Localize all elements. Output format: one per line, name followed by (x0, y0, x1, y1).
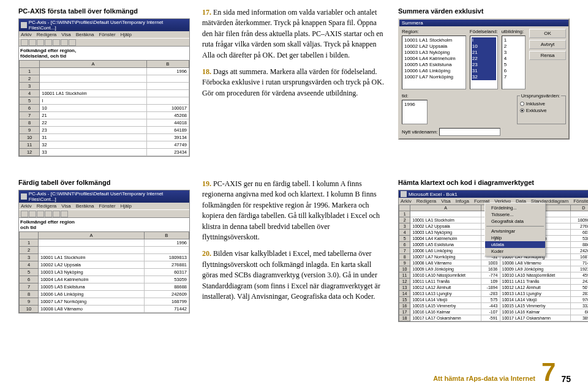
radio-icon (520, 108, 524, 113)
toolbar-button[interactable] (61, 39, 68, 46)
menu-redigera[interactable]: Redigera (37, 203, 56, 209)
page-number: 75 (561, 374, 571, 384)
menu-arkiv[interactable]: Arkiv (21, 32, 32, 37)
menu-arkiv[interactable]: Arkiv (401, 198, 412, 204)
step-20-text: 20. Bilden visar kalkylbladet i Excel, m… (202, 249, 386, 302)
menu-item[interactable]: Geografisk data (485, 218, 545, 225)
pcaxis1-table[interactable]: AB 11996 2 3 410001 LA1 Stockholm 5I 610… (19, 60, 189, 156)
label-region: Region: (402, 29, 466, 34)
list-item[interactable]: 2 (503, 43, 524, 50)
toolbar-button[interactable] (45, 211, 52, 217)
menu-visa[interactable]: Visa (441, 198, 450, 204)
toolbar-button[interactable] (37, 211, 44, 217)
menu-fonster[interactable]: Fönster (573, 198, 588, 204)
menu-redigera[interactable]: Redigera (37, 32, 56, 37)
dialog-titlebar: Summera (399, 20, 568, 26)
list-item[interactable]: 32 (472, 74, 496, 80)
menu-hjalp[interactable]: Hjälp (121, 203, 132, 209)
list-item[interactable]: I (472, 37, 496, 43)
toolbar-button[interactable] (21, 211, 28, 217)
group-label: Ursprungsvärden: (520, 93, 562, 99)
listbox-utbildning[interactable]: 1 2 3 4 5 6 7 (502, 36, 526, 89)
toolbar-button[interactable] (53, 39, 60, 46)
label-utbildning: utbildning: (502, 29, 526, 34)
menu-infoga[interactable]: Infoga (456, 198, 469, 204)
menu-arkiv[interactable]: Arkiv (21, 203, 32, 209)
pcaxis2-desc: Folkmängd efter regionoch tid (19, 218, 189, 231)
list-item[interactable]: 1 (503, 37, 524, 43)
list-item[interactable]: 10005 LA5 Eskilstuna (404, 62, 464, 68)
list-item[interactable]: 23 (472, 62, 496, 68)
toolbar-button[interactable] (61, 211, 68, 217)
pcaxis2-title-text: PC-Axis - [C:\WINNT\Profiles\Default Use… (29, 191, 187, 202)
listbox-tid[interactable]: 1996 (402, 100, 428, 124)
menu-item[interactable]: Hjälp (485, 234, 545, 241)
radio-exklusive[interactable]: Exklusive (520, 108, 563, 113)
toolbar-button[interactable] (45, 39, 52, 46)
menu-hjalp[interactable]: Hjälp (121, 32, 132, 37)
menu-item[interactable]: Koder (485, 248, 545, 255)
list-item[interactable]: 1996 (404, 102, 426, 108)
list-item[interactable]: 5 (503, 62, 524, 68)
rensa-button[interactable]: Rensa (529, 51, 566, 60)
menu-berakna[interactable]: Beräkna (76, 32, 94, 37)
pcaxis1-desc: Folkmängd efter region,födelseland, och … (19, 47, 189, 60)
page-footer: Att hämta rAps-data via Internet 7 75 (433, 359, 570, 385)
menu-redigera[interactable]: Redigera (417, 198, 436, 204)
list-item[interactable]: 10001 LA1 Stockholm (404, 37, 464, 43)
step-20-num: 20. (202, 249, 211, 258)
pcaxis2-table[interactable]: AB 11996 2 310001 LA1 Stockholm1809813 4… (19, 231, 189, 313)
list-item[interactable]: 31 (472, 68, 496, 74)
dropdown-standarddiagram[interactable]: Fördelning... Tidsserie... Geografisk da… (484, 203, 546, 257)
pcaxis1-menubar[interactable]: ArkivRedigeraVisaBeräknaFönsterHjälp (19, 31, 189, 38)
list-item[interactable]: 7 (503, 74, 524, 80)
heading-pcaxis1: PC-AXIS första tabell över folkmängd (18, 7, 190, 15)
menu-berakna[interactable]: Beräkna (76, 203, 94, 209)
list-item[interactable]: 4 (503, 56, 524, 62)
step-19-text: 19. PC-AXIS ger nu en färdig tabell. I k… (202, 179, 386, 242)
heading-pcaxis2: Färdig tabell över folkmängd (18, 179, 190, 186)
menu-item-highlighted[interactable]: utdata (485, 241, 545, 248)
toolbar-button[interactable] (53, 211, 60, 217)
app-icon (21, 22, 27, 28)
ok-button[interactable]: OK (529, 29, 566, 38)
radio-inklusive[interactable]: Inklusive (520, 101, 563, 107)
list-item[interactable]: 22 (472, 56, 496, 62)
listbox-region[interactable]: 10001 LA1 Stockholm 10002 LA2 Uppsala 10… (402, 36, 466, 89)
menu-item[interactable]: Tidsserie... (485, 211, 545, 218)
menu-item[interactable]: Anvisningar (485, 228, 545, 234)
menu-fonster[interactable]: Fönster (99, 203, 115, 209)
list-item[interactable]: 10004 LA4 Katrineholm (404, 56, 464, 62)
menu-visa[interactable]: Visa (61, 203, 70, 209)
list-item[interactable]: 3 (503, 50, 524, 56)
list-item[interactable]: 10006 LA6 Linköping (404, 68, 464, 74)
screenshot-pcaxis2: PC-Axis - [C:\WINNT\Profiles\Default Use… (18, 190, 190, 313)
newname-input[interactable] (439, 128, 500, 136)
toolbar-button[interactable] (29, 39, 36, 46)
label-tid: tid: (402, 93, 428, 99)
list-item[interactable]: 21 (472, 50, 496, 56)
screenshot-pcaxis1: PC-Axis - [C:\WINNT\Profiles\Default Use… (18, 18, 190, 157)
toolbar-button[interactable] (21, 39, 28, 46)
list-item[interactable]: 10007 LA7 Norrköping (404, 74, 464, 80)
app-icon (401, 191, 407, 197)
group-ursprungsvarden: Ursprungsvärden: Inklusive Exklusive (517, 93, 566, 124)
footer-title: Att hämta rAps-data via Internet (433, 375, 535, 382)
menu-visa[interactable]: Visa (61, 32, 70, 37)
list-item[interactable]: 10 (472, 43, 496, 50)
cancel-button[interactable]: Avbryt (529, 40, 566, 49)
excel-titlebar: Microsoft Excel - Bok1 (399, 190, 588, 198)
toolbar-button[interactable] (69, 39, 76, 46)
list-item[interactable]: 10003 LA3 Nyköping (404, 50, 464, 56)
pcaxis2-menubar[interactable]: ArkivRedigeraVisaBeräknaFönsterHjälp (19, 203, 189, 209)
toolbar-button[interactable] (37, 39, 44, 46)
listbox-fodelseland[interactable]: I 10 21 22 23 31 32 (470, 36, 498, 89)
app-icon (21, 193, 27, 200)
list-item[interactable]: 6 (503, 68, 524, 74)
menu-fonster[interactable]: Fönster (99, 32, 115, 37)
menu-item[interactable]: Fördelning... (485, 204, 545, 211)
list-item[interactable]: 10002 LA2 Uppsala (404, 43, 464, 50)
menu-separator (486, 226, 544, 227)
label-newname: Nytt värdenamn: (402, 129, 438, 135)
toolbar-button[interactable] (29, 211, 36, 217)
